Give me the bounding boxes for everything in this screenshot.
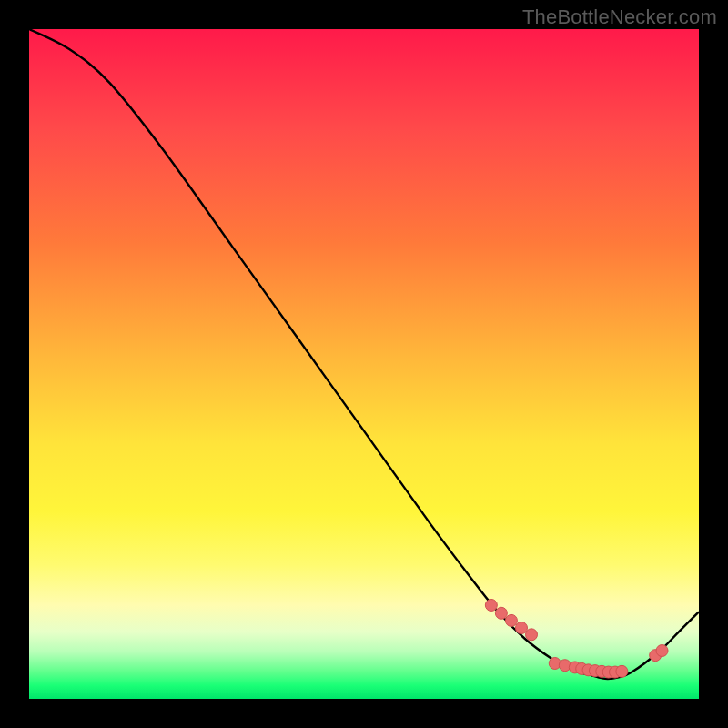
data-dot: [495, 607, 507, 619]
curve-layer: [29, 29, 699, 699]
data-dot: [485, 599, 497, 611]
data-dot: [505, 614, 517, 626]
data-dot: [526, 629, 538, 641]
data-dot: [656, 645, 668, 657]
chart-stage: TheBottleNecker.com: [0, 0, 728, 728]
plot-area: [29, 29, 699, 699]
bottleneck-curve: [29, 29, 699, 679]
watermark-text: TheBottleNecker.com: [522, 5, 717, 29]
data-dot: [515, 622, 527, 633]
data-dot: [616, 665, 628, 677]
